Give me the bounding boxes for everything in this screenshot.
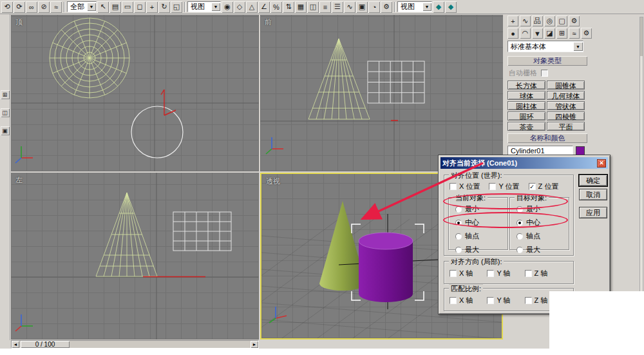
viewport-label[interactable]: 左	[15, 175, 23, 185]
spacewarps-icon[interactable]: ≈	[569, 28, 580, 39]
cancel-button[interactable]: 取消	[579, 189, 607, 200]
close-icon[interactable]: ✕	[597, 159, 606, 168]
checkbox-y-axis-orient[interactable]: Y 轴	[487, 269, 510, 278]
cone-wireframe-left-view[interactable]	[96, 193, 157, 276]
viewport-config-icon[interactable]: ⊞	[1, 90, 10, 99]
checkbox-x-position[interactable]: X 位置	[450, 182, 480, 191]
object-type-button[interactable]: 几何球体	[547, 91, 585, 100]
object-type-button[interactable]: 平面	[547, 122, 585, 131]
display-tab[interactable]: ▢	[556, 15, 567, 26]
apply-button[interactable]: 应用	[579, 207, 607, 218]
geometry-icon[interactable]: ●	[507, 28, 518, 39]
coordinate-system-dropdown[interactable]: 视图 ▼	[187, 1, 221, 12]
radio-current-center[interactable]: 中心	[455, 218, 479, 227]
named-selection-icon[interactable]: ▦	[295, 1, 307, 13]
object-type-button[interactable]: 圆环	[507, 111, 545, 120]
radio-target-pivot[interactable]: 轴点	[516, 231, 540, 241]
viewport-label[interactable]: 前	[265, 17, 272, 27]
rollout-object-type[interactable]: 对象类型	[507, 56, 587, 66]
use-center-icon[interactable]: ◉	[222, 1, 233, 13]
time-slider-left-arrow[interactable]: ◄	[12, 341, 19, 348]
time-slider-right-arrow[interactable]: ►	[251, 341, 258, 348]
cone-wireframe-top-view[interactable]	[50, 18, 129, 98]
object-type-button[interactable]: 长方体	[507, 81, 545, 90]
render-setup-icon[interactable]: ⚙	[381, 1, 392, 13]
rect-region-icon[interactable]: ▭	[122, 1, 133, 13]
grid-helper-front-view[interactable]	[368, 61, 424, 103]
window-icon[interactable]: ◫	[1, 108, 10, 117]
quick-render-icon[interactable]: ◆	[445, 1, 457, 13]
material-editor-icon[interactable]: ◔	[368, 1, 380, 13]
angle-snap-icon[interactable]: ∠	[258, 1, 270, 13]
radio-target-maximum[interactable]: 最大	[516, 245, 540, 254]
radio-current-pivot[interactable]: 轴点	[455, 231, 479, 241]
checkbox-x-axis-orient[interactable]: X 轴	[450, 269, 473, 278]
selection-filter-dropdown[interactable]: 全部 ▼	[67, 1, 97, 12]
cylinder-3d-object[interactable]	[359, 233, 413, 302]
chevron-down-icon[interactable]: ▼	[422, 3, 431, 11]
chevron-down-icon[interactable]: ▼	[573, 42, 583, 51]
manipulate-icon[interactable]: ◇	[234, 1, 245, 13]
autogrid-checkbox[interactable]	[541, 70, 548, 77]
schematic-view-icon[interactable]: ▣	[356, 1, 368, 13]
object-type-button[interactable]: 球体	[507, 91, 545, 100]
modify-tab[interactable]: ∿	[520, 15, 531, 26]
select-object-icon[interactable]: ↖	[97, 1, 109, 13]
grid-icon[interactable]: ▣	[1, 126, 10, 135]
layer-manager-icon[interactable]: ☰	[332, 1, 343, 13]
checkbox-y-position[interactable]: Y 位置	[489, 182, 519, 191]
object-type-button[interactable]: 圆柱体	[507, 101, 545, 110]
object-type-button[interactable]: 茶壶	[507, 122, 545, 131]
viewport-label[interactable]: 顶	[15, 17, 23, 27]
rotate-icon[interactable]: ↻	[158, 1, 170, 13]
move-icon[interactable]: +	[146, 1, 158, 13]
grid-helper-left-view[interactable]	[173, 212, 231, 251]
object-type-button[interactable]: 管状体	[547, 101, 585, 110]
percent-snap-icon[interactable]: %	[270, 1, 282, 13]
render-view-dropdown[interactable]: 视图 ▼	[397, 1, 432, 12]
scale-icon[interactable]: ◱	[171, 1, 182, 13]
spinner-snap-icon[interactable]: ⇅	[283, 1, 294, 13]
dialog-titlebar[interactable]: 对齐当前选择 (Cone01) ✕	[440, 157, 608, 169]
lights-icon[interactable]: ▼	[532, 28, 543, 39]
select-by-name-icon[interactable]: ▤	[109, 1, 121, 13]
viewport-top[interactable]: 顶	[11, 15, 259, 171]
redo-icon[interactable]: ⟳	[14, 1, 25, 13]
mirror-icon[interactable]: ◫	[307, 1, 319, 13]
cone-wireframe-front-view[interactable]	[308, 39, 370, 119]
checkbox-z-axis-orient[interactable]: Z 轴	[525, 269, 548, 278]
radio-current-minimum[interactable]: 最小	[455, 204, 479, 214]
category-dropdown[interactable]: 标准基本体 ▼	[507, 41, 583, 52]
object-color-swatch[interactable]	[576, 146, 585, 155]
object-type-button[interactable]: 圆锥体	[547, 81, 585, 90]
rollout-name-color[interactable]: 名称和颜色	[507, 133, 587, 143]
snap-icon[interactable]: △	[246, 1, 258, 13]
scrollbar-thumb[interactable]	[640, 17, 643, 56]
cylinder-wireframe-top-view[interactable]	[131, 106, 183, 158]
time-slider[interactable]: ◄ 0 / 100 ►	[11, 340, 259, 349]
checkbox-z-axis-scale[interactable]: Z 轴	[525, 296, 548, 305]
undo-icon[interactable]: ⟲	[1, 1, 13, 13]
create-tab[interactable]: +	[507, 15, 518, 26]
utilities-tab[interactable]: ⚙	[569, 15, 580, 26]
helpers-icon[interactable]: ⊞	[556, 28, 567, 39]
radio-target-minimum[interactable]: 最小	[516, 204, 540, 214]
unlink-icon[interactable]: ⊘	[38, 1, 50, 13]
curve-editor-icon[interactable]: ∿	[344, 1, 355, 13]
render-production-icon[interactable]: ◆	[433, 1, 444, 13]
shapes-icon[interactable]: ◠	[520, 28, 531, 39]
checkbox-y-axis-scale[interactable]: Y 轴	[487, 296, 510, 305]
radio-target-center[interactable]: 中心	[516, 218, 540, 227]
radio-current-maximum[interactable]: 最大	[455, 245, 479, 254]
chevron-down-icon[interactable]: ▼	[87, 3, 96, 11]
viewport-label[interactable]: 透视	[266, 177, 280, 186]
ok-button[interactable]: 确定	[579, 175, 607, 186]
checkbox-x-axis-scale[interactable]: X 轴	[450, 296, 473, 305]
panel-scrollbar[interactable]	[639, 17, 643, 298]
checkbox-z-position[interactable]: ✓ Z 位置	[529, 182, 559, 191]
bind-spacewarp-icon[interactable]: ≈	[50, 1, 62, 13]
object-type-button[interactable]: 四棱锥	[547, 111, 585, 120]
cameras-icon[interactable]: ◪	[544, 28, 555, 39]
chevron-down-icon[interactable]: ▼	[211, 3, 220, 11]
window-crossing-icon[interactable]: ◻	[134, 1, 146, 13]
